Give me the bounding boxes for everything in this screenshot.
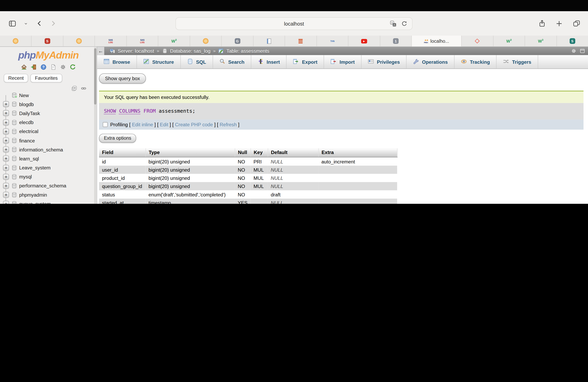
expander-plus-icon[interactable]: + [3,156,9,162]
structure-icon [143,58,149,66]
expander-plus-icon[interactable]: + [3,201,9,204]
new-tab-icon[interactable] [555,19,563,28]
tree-item-learn_sql[interactable]: +learn_sql [0,154,97,163]
extra-options-button[interactable]: Extra options [99,134,136,143]
table-icon [218,48,224,54]
profiling-link-refresh[interactable]: Refresh [220,122,237,127]
browser-tab[interactable]: W3 [525,36,557,46]
db-icon [11,155,17,162]
browser-tab[interactable]: 1 [380,36,412,46]
breadcrumb-database[interactable]: Database: sas_log [170,48,210,54]
tree-item-mysql[interactable]: +mysql [0,172,97,181]
sql-token: SHOW [104,108,116,114]
column-header[interactable]: Default [268,149,318,157]
expander-plus-icon[interactable]: + [3,147,9,153]
browser-tab[interactable]: S [557,36,588,46]
tab-search[interactable]: Search [213,55,251,69]
breadcrumb-server[interactable]: Server: localhost [118,48,154,54]
exit-icon[interactable] [30,63,37,71]
tab-sql[interactable]: SQL [181,55,213,69]
tab-export[interactable]: Export [287,55,324,69]
page-settings-icon[interactable] [571,48,576,54]
tab-recent[interactable]: Recent [4,74,28,82]
reload-icon[interactable] [400,19,408,28]
profiling-checkbox[interactable] [103,122,108,127]
browser-tab[interactable] [0,36,32,46]
address-bar[interactable]: localhost AA [176,17,413,30]
tree-item-phpmyadmin[interactable]: +phpmyadmin [0,191,97,199]
expander-plus-icon[interactable]: + [3,119,9,125]
browser-tab[interactable] [462,36,493,46]
tree-item-finance[interactable]: +finance [0,136,97,145]
tab-label: Insert [267,59,280,65]
column-header[interactable]: Extra [318,149,397,157]
browser-tab[interactable] [63,36,95,46]
column-header[interactable]: Null [235,149,251,157]
browser-tab[interactable]: ▶ [348,36,380,46]
tab-overview-icon[interactable] [572,19,580,28]
tree-item-leave_system[interactable]: +Leave_system [0,163,97,172]
forward-icon [49,19,57,28]
browser-tab[interactable]: S [32,36,63,46]
translate-icon[interactable]: AA [389,19,397,28]
tab-triggers[interactable]: Triggers [497,55,538,69]
browser-tab[interactable]: SASLOG [127,36,158,46]
browser-tab[interactable]: SASLOG [95,36,126,46]
tree-item-electrical[interactable]: +electrical [0,127,97,136]
browser-tab[interactable]: G [222,36,253,46]
chevron-down-icon[interactable] [22,19,30,28]
tree-item-label: elecdb [19,119,34,125]
tab-browse[interactable]: Browse [97,55,137,69]
back-icon[interactable] [35,19,43,28]
tab-operations[interactable]: Operations [407,55,454,69]
expander-plus-icon[interactable]: + [3,174,9,180]
browser-tab[interactable] [285,36,316,46]
expander-plus-icon[interactable]: + [3,110,9,116]
help-icon[interactable]: ? [40,63,47,71]
tab-insert[interactable]: Insert [251,55,287,69]
browser-tab[interactable] [253,36,285,46]
column-header[interactable]: Field [99,149,146,157]
expander-plus-icon[interactable]: + [3,192,9,198]
browser-tab-active[interactable]: ▲▲PMAlocalho... [412,36,462,46]
browser-tab[interactable] [190,36,222,46]
gear-icon[interactable] [59,63,67,71]
profiling-link-edit[interactable]: Edit [160,122,168,127]
tree-item-information_schema[interactable]: +information_schema [0,145,97,154]
expander-plus-icon[interactable]: + [3,183,9,189]
breadcrumb-table[interactable]: Table: assessments [226,48,269,54]
tab-favourites[interactable]: Favourites [30,74,62,82]
docs-icon[interactable] [50,63,57,71]
profiling-link-edit-inline[interactable]: Edit inline [132,122,153,127]
show-query-box-button[interactable]: Show query box [99,74,146,84]
tree-item-blogdb[interactable]: +blogdb [0,100,97,109]
nav-back-button[interactable]: ← [97,47,105,55]
expander-plus-icon[interactable]: + [3,129,9,134]
expander-plus-icon[interactable]: + [3,165,9,171]
share-icon[interactable] [538,19,546,28]
expand-icon[interactable] [579,48,585,54]
browser-tab[interactable]: W3 [158,36,190,46]
expander-plus-icon[interactable]: + [3,137,9,143]
column-header[interactable]: Key [251,149,268,157]
tab-structure[interactable]: Structure [137,55,181,69]
expander-plus-icon[interactable]: + [3,101,9,107]
tree-item-new[interactable]: New [0,91,97,100]
profiling-link-create-php-code[interactable]: Create PHP code [175,122,213,127]
db-new-icon [11,92,17,98]
column-header[interactable]: Type [146,149,235,157]
tree-item-dailytask[interactable]: +DailyTask [0,109,97,118]
browser-tab[interactable]: W3 [493,36,525,46]
tab-import[interactable]: Import [324,55,361,69]
tab-tracking[interactable]: Tracking [454,55,497,69]
tab-privileges[interactable]: Privileges [361,55,407,69]
browser-tab[interactable]: THN [317,36,348,46]
refresh-icon[interactable] [69,63,76,71]
phpmyadmin-logo[interactable]: phpMyAdmin [0,50,97,61]
home-icon[interactable] [21,63,28,71]
tree-item-performance_schema[interactable]: +performance_schema [0,181,97,190]
tab-label: Tracking [470,59,490,65]
tree-item-queue_system[interactable]: +queue_system [0,199,97,204]
tree-item-elecdb[interactable]: +elecdb [0,118,97,127]
sidebar-toggle-icon[interactable] [8,19,16,28]
